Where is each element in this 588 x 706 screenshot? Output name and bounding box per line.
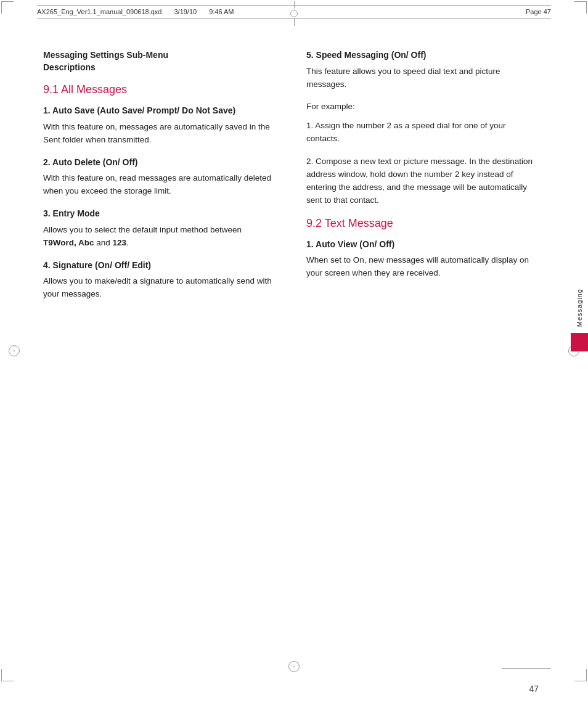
crop-mark-bottom-left <box>1 669 14 681</box>
example-2: 2. Compose a new text or picture message… <box>306 155 539 207</box>
item-1-title: 1. Auto Save (Auto Save/ Prompt/ Do Not … <box>43 105 276 117</box>
filename: AX265_Eng_Ver1.1_manual_090618.qxd <box>37 8 161 15</box>
page-wrapper: AX265_Eng_Ver1.1_manual_090618.qxd 3/19/… <box>0 0 588 706</box>
item-1-body: With this feature on, messages are autom… <box>43 121 276 147</box>
item-4: 4. Signature (On/ Off/ Edit) Allows you … <box>43 260 276 301</box>
item-3-body: Allows you to select the default input m… <box>43 224 276 250</box>
crop-mark-top-right <box>574 1 587 14</box>
item-9-2-1-title: 1. Auto View (On/ Off) <box>306 239 539 251</box>
right-column: 5. Speed Messaging (On/ Off) This featur… <box>300 49 539 657</box>
item-9-2-1-body: When set to On, new messages will automa… <box>306 254 539 280</box>
for-example-label: For example: <box>306 101 539 113</box>
header-time: 9:46 AM <box>209 8 234 15</box>
item-5-body: This feature allows you to speed dial te… <box>306 65 539 91</box>
footer-line <box>502 668 551 669</box>
item-9-2-1: 1. Auto View (On/ Off) When set to On, n… <box>306 239 539 280</box>
left-column: Messaging Settings Sub-Menu Descriptions… <box>43 49 282 657</box>
item-5-title: 5. Speed Messaging (On/ Off) <box>306 49 539 62</box>
section-heading-9-1: 9.1 All Messages <box>43 83 276 96</box>
header-bar: AX265_Eng_Ver1.1_manual_090618.qxd 3/19/… <box>37 5 551 18</box>
content-area: Messaging Settings Sub-Menu Descriptions… <box>43 49 539 657</box>
item-3: 3. Entry Mode Allows you to select the d… <box>43 208 276 249</box>
section-heading-9-2: 9.2 Text Message <box>306 217 539 230</box>
header-page: Page 47 <box>526 8 551 15</box>
item-2: 2. Auto Delete (On/ Off) With this featu… <box>43 157 276 198</box>
item-1: 1. Auto Save (Auto Save/ Prompt/ Do Not … <box>43 105 276 146</box>
side-tab: Messaging <box>571 284 588 351</box>
example-2-body: 2. Compose a new text or picture message… <box>306 155 539 207</box>
header-date: 3/19/10 <box>174 8 197 15</box>
item-2-body: With this feature on, read messages are … <box>43 172 276 198</box>
section-title: Messaging Settings Sub-Menu Descriptions <box>43 49 276 73</box>
item-4-title: 4. Signature (On/ Off/ Edit) <box>43 260 276 272</box>
reg-circle-bottom <box>288 661 300 672</box>
side-tab-bar <box>571 333 588 351</box>
item-4-body: Allows you to make/edit a signature to a… <box>43 275 276 301</box>
item-5: 5. Speed Messaging (On/ Off) This featur… <box>306 49 539 91</box>
item-3-title: 3. Entry Mode <box>43 208 276 220</box>
item-2-title: 2. Auto Delete (On/ Off) <box>43 157 276 169</box>
file-info: AX265_Eng_Ver1.1_manual_090618.qxd 3/19/… <box>37 8 234 15</box>
example-1: 1. Assign the number 2 as a speed dial f… <box>306 120 539 146</box>
side-tab-label: Messaging <box>573 284 586 332</box>
crop-mark-bottom-right <box>574 669 587 681</box>
example-1-body: 1. Assign the number 2 as a speed dial f… <box>306 120 539 146</box>
footer-page-number: 47 <box>529 684 539 694</box>
crop-mark-top-left <box>1 1 14 14</box>
reg-circle-left <box>9 345 20 356</box>
